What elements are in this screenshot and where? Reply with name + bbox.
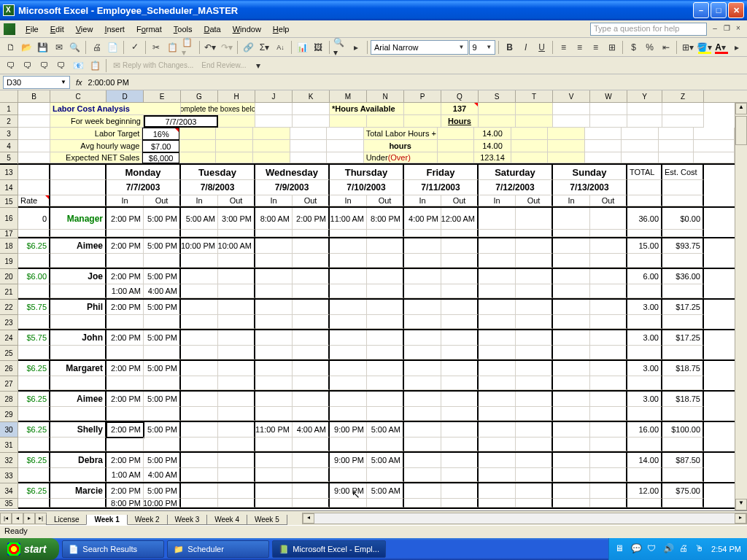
week-begin-input[interactable]: 7/7/2003 xyxy=(144,115,218,128)
time-cell[interactable] xyxy=(107,254,144,268)
sheet-tab[interactable]: Week 4 xyxy=(206,515,247,525)
time-cell[interactable] xyxy=(107,438,144,451)
employee-name[interactable]: Marcie xyxy=(50,483,107,499)
rate-cell[interactable]: $6.25 xyxy=(18,238,50,254)
time-cell[interactable] xyxy=(144,376,181,390)
employee-name[interactable]: Shelly xyxy=(50,422,107,438)
row-header[interactable]: 21 xyxy=(0,284,18,300)
rate-cell[interactable]: $5.75 xyxy=(18,300,50,315)
decrease-indent-button[interactable]: ⇤ xyxy=(658,39,673,55)
col-header[interactable]: K xyxy=(293,90,330,103)
labor-target-input[interactable]: 16% xyxy=(142,128,179,140)
time-cell[interactable] xyxy=(293,330,330,346)
row-header[interactable]: 27 xyxy=(0,376,18,392)
taskbar-button[interactable]: 📄Search Results xyxy=(62,540,164,558)
row-header[interactable]: 20 xyxy=(0,269,18,284)
time-cell[interactable] xyxy=(441,453,479,468)
row-header[interactable]: 15 xyxy=(0,195,18,208)
col-header[interactable]: V xyxy=(553,90,590,103)
scroll-down-button[interactable]: ▼ xyxy=(735,499,747,510)
row-header[interactable]: 25 xyxy=(0,346,18,361)
rate-cell[interactable]: $6.00 xyxy=(18,269,50,284)
tray-icon[interactable]: 💬 xyxy=(631,543,643,555)
time-cell[interactable] xyxy=(441,300,479,315)
time-cell[interactable] xyxy=(181,392,218,407)
cost-cell[interactable]: $18.75 xyxy=(662,361,704,376)
more-formatting[interactable]: ▸ xyxy=(729,39,744,55)
review-btn6[interactable]: 📋 xyxy=(87,58,103,74)
employee-name[interactable]: Debra xyxy=(50,453,107,468)
review-btn1[interactable]: 🗨 xyxy=(3,58,19,74)
open-button[interactable]: 📂 xyxy=(19,39,34,55)
rate-cell[interactable]: $6.25 xyxy=(18,392,50,407)
employee-name[interactable]: Aimee xyxy=(50,392,107,407)
time-cell[interactable] xyxy=(404,300,441,315)
time-cell[interactable] xyxy=(107,376,144,390)
review-more[interactable]: ▾ xyxy=(250,58,266,74)
tab-last-button[interactable]: ▸| xyxy=(35,513,47,524)
time-cell[interactable]: 2:00 PM xyxy=(107,300,144,315)
cost-cell[interactable]: $100.00 xyxy=(662,422,704,438)
time-cell[interactable] xyxy=(255,300,293,315)
undo-button[interactable]: ↶▾ xyxy=(203,39,218,55)
time-cell[interactable] xyxy=(404,453,441,468)
time-cell[interactable] xyxy=(404,483,441,499)
row-header[interactable]: 32 xyxy=(0,453,18,468)
help-search-box[interactable]: Type a question for help xyxy=(590,23,707,36)
time-cell[interactable] xyxy=(367,392,404,407)
time-cell[interactable]: 2:00 PM xyxy=(107,422,144,438)
time-cell[interactable]: 4:00 PM xyxy=(404,208,441,230)
row-header[interactable]: 18 xyxy=(0,238,18,254)
time-cell[interactable] xyxy=(404,422,441,438)
menu-tools[interactable]: Tools xyxy=(168,23,198,35)
time-cell[interactable] xyxy=(293,238,330,254)
row-header[interactable]: 13 xyxy=(0,165,18,180)
total-cell[interactable]: 14.00 xyxy=(627,453,662,468)
time-cell[interactable]: 2:00 PM xyxy=(107,269,144,284)
time-cell[interactable]: 5:00 PM xyxy=(144,330,181,346)
time-cell[interactable]: 8:00 PM xyxy=(107,499,144,508)
currency-button[interactable]: $ xyxy=(626,39,641,55)
time-cell[interactable] xyxy=(330,330,367,346)
taskbar-button[interactable]: 📁Scheduler xyxy=(167,540,269,558)
row-header[interactable]: 19 xyxy=(0,254,18,269)
time-cell[interactable] xyxy=(293,361,330,376)
row-header[interactable]: 5 xyxy=(0,152,18,165)
col-header[interactable]: Y xyxy=(627,90,662,103)
time-cell[interactable] xyxy=(330,361,367,376)
doc-close-button[interactable]: × xyxy=(733,24,743,34)
time-cell[interactable] xyxy=(293,300,330,315)
time-cell[interactable] xyxy=(144,254,181,268)
time-cell[interactable]: 2:00 PM xyxy=(107,361,144,376)
col-header[interactable]: Q xyxy=(441,90,479,103)
time-cell[interactable] xyxy=(330,300,367,315)
time-cell[interactable]: 2:00 PM xyxy=(107,453,144,468)
align-right-button[interactable]: ≡ xyxy=(588,39,603,55)
time-cell[interactable]: 10:00 PM xyxy=(144,499,181,508)
time-cell[interactable] xyxy=(218,300,255,315)
cut-button[interactable]: ✂ xyxy=(149,39,164,55)
name-box[interactable]: D30▼ xyxy=(3,76,70,89)
time-cell[interactable]: 5:00 AM xyxy=(367,453,404,468)
sort-asc-button[interactable]: A↓ xyxy=(273,39,288,55)
copy-button[interactable]: 📋 xyxy=(165,39,180,55)
doc-minimize-button[interactable]: – xyxy=(710,24,720,34)
time-cell[interactable]: 4:00 AM xyxy=(144,468,181,482)
bold-button[interactable]: B xyxy=(502,39,517,55)
row-header[interactable]: 29 xyxy=(0,407,18,422)
row-header[interactable]: 35 xyxy=(0,499,18,509)
time-cell[interactable] xyxy=(255,453,293,468)
time-cell[interactable]: 1:00 AM xyxy=(107,284,144,298)
time-cell[interactable]: 2:00 PM xyxy=(107,330,144,346)
cost-cell[interactable]: $93.75 xyxy=(662,238,704,254)
scroll-thumb[interactable] xyxy=(735,116,747,145)
row-header[interactable]: 34 xyxy=(0,483,18,499)
employee-name[interactable]: John xyxy=(50,330,107,346)
time-cell[interactable] xyxy=(107,346,144,359)
time-cell[interactable] xyxy=(181,330,218,346)
employee-name[interactable]: Phil xyxy=(50,300,107,315)
time-cell[interactable] xyxy=(218,269,255,284)
col-header[interactable]: D xyxy=(107,90,144,103)
time-cell[interactable]: 10:00 AM xyxy=(218,238,255,254)
col-header[interactable]: C xyxy=(50,90,107,103)
